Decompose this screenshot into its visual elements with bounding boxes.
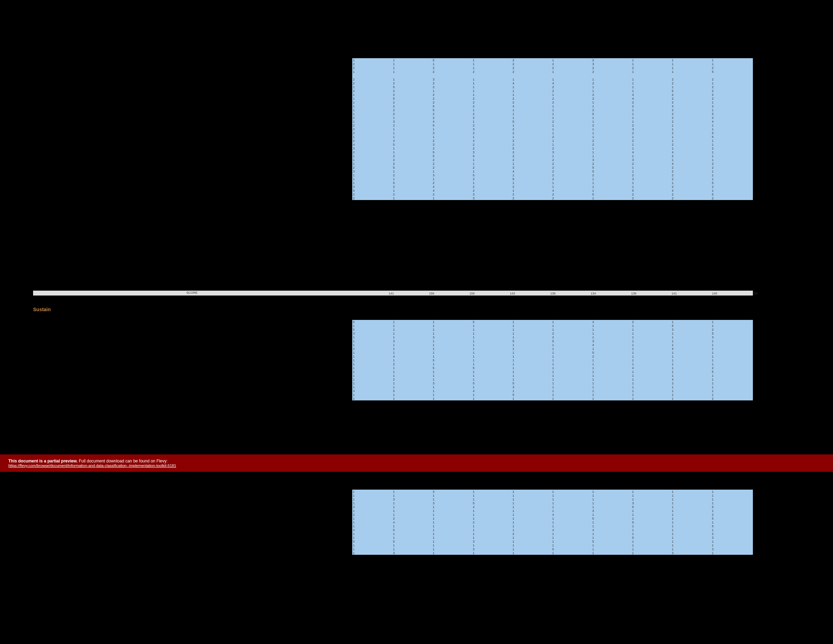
data-cell: 1 [472, 347, 512, 351]
data-cell: 1 [671, 513, 711, 517]
data-cell: 1 [432, 385, 472, 389]
data-cell: 1 [671, 362, 711, 366]
data-cell: 1 [592, 489, 631, 493]
data-cell: 2 [432, 158, 472, 162]
data-cell: 2 [711, 196, 753, 200]
data-cell: 1 [711, 154, 753, 158]
data-cell: 2 [472, 185, 512, 188]
data-cell: 1 [392, 328, 432, 332]
data-cell: 1 [432, 354, 472, 358]
data-cell: 1 [512, 123, 552, 127]
data-cell: 1 [671, 147, 711, 150]
data-cell: 5 [671, 324, 711, 328]
data-cell: 1 [512, 328, 552, 332]
data-cell: 2 [711, 116, 753, 119]
data-cell: 1 [472, 343, 512, 347]
data-cell: 1 [512, 358, 552, 362]
data-cell: 2 [392, 362, 432, 366]
data-cell: 1 [631, 539, 671, 543]
data-cell: 2 [552, 62, 592, 66]
data-cell: 1 [711, 188, 753, 192]
data-cell: 1 [631, 332, 671, 335]
data-cell: 5 [512, 393, 552, 396]
data-cell: 1 [671, 517, 711, 520]
data-cell: 5 [352, 328, 392, 332]
data-cell: 1 [392, 70, 432, 74]
data-cell: 2 [392, 517, 432, 520]
data-cell: 1 [711, 497, 753, 501]
data-cell: 5 [592, 517, 631, 520]
data-cell: 1 [552, 93, 592, 97]
table-row: 1522222422 [352, 97, 753, 100]
data-cell: 1 [432, 517, 472, 520]
data-cell: 2 [671, 81, 711, 85]
data-cell: 1 [631, 489, 671, 493]
data-cell: 5 [592, 112, 631, 116]
data-cell: 2 [512, 143, 552, 147]
data-cell: 1 [352, 489, 392, 493]
table-row: 1311111131 [352, 551, 753, 555]
data-cell: 1 [472, 358, 512, 362]
table-row: 1111111151 [352, 324, 753, 328]
data-cell: 5 [472, 366, 512, 370]
data-cell: 5 [711, 181, 753, 185]
data-cell: 5 [592, 192, 631, 196]
data-cell: 1 [711, 324, 753, 328]
data-cell: 1 [671, 543, 711, 547]
data-cell: 2 [392, 108, 432, 112]
data-cell: 1 [552, 347, 592, 351]
data-cell: 1 [671, 158, 711, 162]
data-cell: 1 [472, 489, 512, 493]
data-cell: 1 [711, 177, 753, 181]
data-cell: 1 [512, 493, 552, 497]
data-cell: 2 [472, 123, 512, 127]
data-cell: 1 [552, 108, 592, 112]
data-cell: 2 [711, 328, 753, 332]
data-cell: 1 [592, 89, 631, 93]
data-cell: 1 [552, 396, 592, 401]
data-cell: 5 [472, 173, 512, 177]
data-cell: 1 [671, 354, 711, 358]
data-cell: 2 [352, 116, 392, 119]
data-cell: 2 [472, 188, 512, 192]
data-cell: 2 [392, 93, 432, 97]
data-cell: 2 [592, 354, 631, 358]
data-cell: 2 [552, 135, 592, 139]
data-cell: 1 [711, 343, 753, 347]
table-row: 1151111111 [352, 358, 753, 362]
data-cell: 1 [552, 385, 592, 389]
data-cell: 1 [671, 497, 711, 501]
data-cell: 2 [671, 100, 711, 104]
data-cell: 1 [631, 551, 671, 555]
data-cell: 1 [512, 497, 552, 501]
table-row: 1111114111 [352, 343, 753, 347]
data-cell: 2 [631, 162, 671, 166]
data-cell: 3 [432, 77, 472, 81]
data-cell: 1 [631, 181, 671, 185]
data-cell: 1 [392, 543, 432, 547]
data-cell: 1 [432, 509, 472, 513]
data-cell: 1 [592, 377, 631, 381]
data-cell: 1 [592, 551, 631, 555]
data-cell: 2 [711, 104, 753, 108]
data-cell: 1 [432, 396, 472, 401]
data-cell [711, 74, 753, 77]
data-cell [512, 74, 552, 77]
score-label: SCORE [187, 291, 198, 295]
data-cell: 2 [592, 162, 631, 166]
data-cell: 2 [552, 158, 592, 162]
data-cell: 1 [631, 335, 671, 339]
data-cell: 1 [552, 551, 592, 555]
data-cell: 1 [671, 393, 711, 396]
data-cell: 3 [631, 501, 671, 505]
data-cell: 1 [552, 539, 592, 543]
data-cell: 1 [592, 520, 631, 524]
data-cell [352, 74, 392, 77]
data-cell: 1 [711, 528, 753, 532]
data-cell: 1 [392, 332, 432, 335]
data-cell: 1 [472, 89, 512, 93]
data-cell: 1 [472, 362, 512, 366]
banner-link[interactable]: https://flevy.com/browse/document/inform… [8, 464, 825, 468]
data-cell: 5 [392, 539, 432, 543]
data-cell: 1 [432, 127, 472, 131]
